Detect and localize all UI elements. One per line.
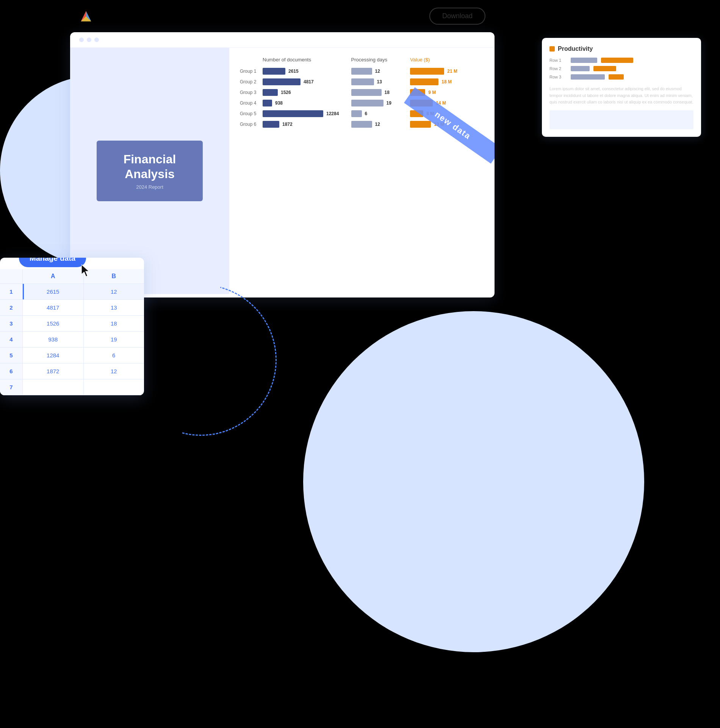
ss-cell-a-6[interactable]: 1872: [23, 363, 84, 379]
chart-bar-value-2: 18 M: [410, 78, 484, 85]
ss-row-7: 7: [0, 379, 144, 395]
ss-row-num-4: 4: [0, 332, 23, 347]
chart-row-3: Group 3 1526 18 9 M: [240, 89, 484, 96]
chart-bar-docs-visual-5: [263, 110, 323, 117]
spreadsheet-header: A B: [0, 269, 144, 284]
ss-cell-a-4[interactable]: 938: [23, 332, 84, 347]
chart-bar-docs-visual-4: [263, 100, 272, 106]
ss-row-1: 1 2615 12: [0, 284, 144, 300]
prod-bar-2a: [571, 66, 590, 71]
chart-bar-value-1: 21 M: [410, 68, 484, 75]
chart-bar-docs-2: 4817: [263, 78, 351, 85]
ss-cell-a-7[interactable]: [23, 379, 84, 395]
prod-chart-placeholder: [549, 110, 693, 129]
chart-value-num-2: 18 M: [441, 79, 452, 85]
chart-group-header: [240, 57, 263, 63]
slide-title-box: Financial Analysis 2024 Report: [97, 141, 203, 201]
prod-bar-1a: [571, 58, 597, 63]
chart-bar-docs-3: 1526: [263, 89, 351, 96]
slide-title-line2: Analysis: [104, 167, 195, 181]
chart-row-label-5: Group 5: [240, 111, 263, 116]
header-dot-2: [87, 38, 91, 42]
chart-bar-days-6: 12: [351, 121, 410, 128]
data-panel: new data Number of documents Processing …: [229, 48, 495, 294]
chart-header: Number of documents Processing days Valu…: [240, 57, 484, 63]
main-container: Download Financial Analysis 2024 Report: [0, 0, 720, 728]
presentation-header: [70, 32, 495, 48]
prod-row-3-label: Row 3: [549, 75, 568, 79]
ss-row-2: 2 4817 13: [0, 300, 144, 316]
chart-bar-docs-6: 1872: [263, 121, 351, 128]
logo: [79, 9, 93, 23]
prod-bar-3b: [609, 74, 624, 80]
slide-title-line1: Financial: [104, 152, 195, 166]
download-button[interactable]: Download: [429, 8, 485, 25]
chart-bar-value-visual-2: [410, 78, 438, 85]
ss-col-a-header[interactable]: A: [23, 269, 84, 283]
chart-days-num-4: 19: [387, 100, 391, 106]
spreadsheet-card: Manage data A B 1 2615 12 2 4817 13 3 15…: [0, 258, 144, 395]
ss-cell-a-1[interactable]: 2615: [23, 284, 84, 299]
chart-row-label-4: Group 4: [240, 100, 263, 106]
ss-corner: [0, 269, 23, 283]
prod-placeholder-text: Lorem ipsum dolor sit amet, consectetur …: [549, 86, 693, 106]
chart-row-label-2: Group 2: [240, 79, 263, 85]
ss-row-num-7: 7: [0, 379, 23, 395]
header-dot-1: [79, 38, 84, 42]
chart-bar-days-3: 18: [351, 89, 410, 96]
chart-row-label-6: Group 6: [240, 122, 263, 127]
chart-bar-days-visual-5: [351, 110, 362, 117]
prod-row-2: Row 2: [549, 66, 693, 71]
productivity-panel: Productivity Row 1 Row 2 Row 3 Lorem ips…: [542, 38, 701, 137]
ss-row-num-2: 2: [0, 300, 23, 315]
prod-row-3: Row 3: [549, 74, 693, 80]
cursor-icon: [81, 265, 92, 277]
header-dot-3: [94, 38, 99, 42]
ss-cell-a-5[interactable]: 1284: [23, 348, 84, 363]
slide-panel: Financial Analysis 2024 Report: [70, 48, 229, 294]
chart-bar-docs-5: 12284: [263, 110, 351, 117]
chart-bar-value-visual-1: [410, 68, 444, 75]
chart-days-num-5: 6: [365, 111, 368, 116]
prod-bar-1b: [601, 58, 633, 63]
prod-row-1-label: Row 1: [549, 58, 568, 63]
prod-dot-icon: [549, 46, 555, 52]
bg-circle-large: [303, 311, 644, 652]
chart-docs-num-3: 1526: [281, 90, 291, 95]
chart-value-num-3: 9 M: [428, 90, 436, 95]
manage-data-button[interactable]: Manage data: [19, 258, 86, 267]
ss-cell-a-3[interactable]: 1526: [23, 316, 84, 331]
chart-bar-docs-visual-6: [263, 121, 279, 128]
ss-cell-a-2[interactable]: 4817: [23, 300, 84, 315]
ss-row-5: 5 1284 6: [0, 348, 144, 363]
slide-subtitle: 2024 Report: [104, 184, 195, 190]
chart-bar-days-visual-2: [351, 78, 374, 85]
chart-row-1: Group 1 2615 12 21 M: [240, 68, 484, 75]
ss-row-num-6: 6: [0, 363, 23, 379]
ss-cell-b-2[interactable]: 13: [84, 300, 144, 315]
ss-cell-b-1[interactable]: 12: [84, 284, 144, 299]
chart-days-num-3: 18: [385, 90, 390, 95]
chart-value-num-1: 21 M: [447, 69, 457, 74]
chart-bar-days-1: 12: [351, 68, 410, 75]
chart-col-days-header: Processing days: [351, 57, 410, 63]
chart-days-num-2: 13: [377, 79, 382, 85]
chart-docs-num-4: 938: [275, 100, 283, 106]
chart-days-num-1: 12: [375, 69, 380, 74]
prod-bar-3a: [571, 74, 605, 80]
chart-col-value-header: Value ($): [410, 57, 484, 63]
chart-docs-num-2: 4817: [304, 79, 314, 85]
chart-bar-docs-visual-1: [263, 68, 285, 75]
svg-marker-3: [81, 265, 89, 277]
chart-docs-num-5: 12284: [326, 111, 339, 116]
ss-col-b-header[interactable]: B: [84, 269, 144, 283]
ss-row-6: 6 1872 12: [0, 363, 144, 379]
chart-bar-docs-visual-3: [263, 89, 278, 96]
productivity-title: Productivity: [549, 45, 693, 52]
chart-bar-days-visual-4: [351, 100, 383, 106]
chart-bar-days-5: 6: [351, 110, 410, 117]
presentation-content: Financial Analysis 2024 Report new data …: [70, 48, 495, 294]
manage-btn-container: Manage data: [0, 258, 144, 269]
chart-bar-days-4: 19: [351, 100, 410, 106]
chart-bar-days-visual-3: [351, 89, 382, 96]
